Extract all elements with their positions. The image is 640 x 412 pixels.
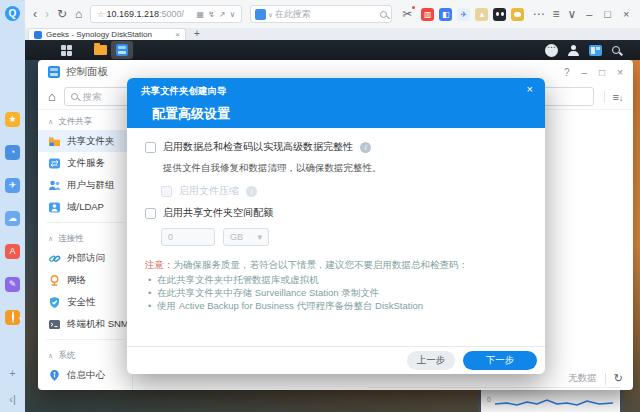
bookmark-star-icon[interactable]: ☆ bbox=[95, 10, 106, 19]
extension-red-icon[interactable]: ▥ bbox=[421, 8, 434, 21]
extension-photo-icon[interactable]: ▲ bbox=[475, 8, 488, 21]
home-icon[interactable]: ⌂ bbox=[71, 5, 86, 23]
tab-close-icon[interactable]: × bbox=[175, 30, 180, 39]
maximize-button[interactable]: □ bbox=[599, 67, 605, 78]
browser-logo-icon[interactable]: Q bbox=[5, 6, 20, 21]
cp-home-icon[interactable]: ⌂ bbox=[48, 89, 56, 104]
sidebar-item-login-portal[interactable]: 登录门户 bbox=[38, 386, 132, 390]
address-bar[interactable]: ☆ 10.169.1.218 :5000/ ▦ ↯ ↗ ∨ bbox=[90, 5, 242, 23]
sidebar-section-connectivity[interactable]: ∧ 连接性 bbox=[38, 227, 132, 247]
search-engine-caret-icon[interactable]: ∨ bbox=[268, 11, 272, 18]
status-separator bbox=[605, 373, 606, 385]
quota-value-input[interactable] bbox=[161, 228, 215, 246]
sidebar-item-security[interactable]: 安全性 bbox=[38, 291, 132, 313]
dialog-close-icon[interactable]: × bbox=[527, 83, 533, 95]
window-minimize-button[interactable]: – bbox=[580, 8, 598, 20]
browser-toolbar: ‹ › ↻ ⌂ ☆ 10.169.1.218 :5000/ ▦ ↯ ↗ ∨ ∨ … bbox=[25, 0, 640, 28]
chat-icon[interactable] bbox=[545, 44, 558, 57]
quota-checkbox[interactable] bbox=[145, 208, 156, 219]
control-panel-taskbar-button[interactable] bbox=[111, 41, 133, 59]
quota-unit-caret-icon: ▾ bbox=[257, 232, 262, 242]
next-step-button[interactable]: 下一步 bbox=[463, 351, 537, 370]
screenshot-scissors-icon[interactable]: ✂ bbox=[398, 5, 416, 23]
sidebar-divider bbox=[46, 222, 124, 223]
favorites-star-icon[interactable]: ★ bbox=[5, 112, 20, 127]
window-close-button[interactable]: × bbox=[617, 8, 635, 20]
history-clock-icon[interactable]: ◔ bbox=[5, 145, 20, 160]
extension-bird-icon[interactable]: ✈ bbox=[457, 8, 470, 21]
menu-icon[interactable]: ≡ bbox=[548, 5, 563, 23]
extension-panda-icon[interactable] bbox=[493, 8, 506, 21]
user-icon[interactable] bbox=[568, 45, 579, 56]
checksum-checkbox[interactable] bbox=[145, 142, 156, 153]
quota-label[interactable]: 启用共享文件夹空间配额 bbox=[163, 206, 273, 220]
content-bottom-hairline bbox=[368, 387, 621, 388]
search-app-icon[interactable] bbox=[5, 310, 20, 325]
checksum-info-icon[interactable]: i bbox=[360, 142, 371, 153]
sidebar-item-shared-folder[interactable]: 共享文件夹 bbox=[38, 130, 132, 152]
main-menu-button[interactable] bbox=[55, 41, 77, 59]
collapse-caret-icon[interactable]: ∧ bbox=[48, 118, 53, 126]
send-plane-icon[interactable]: ✈ bbox=[5, 178, 20, 193]
refresh-list-icon[interactable]: ↻ bbox=[614, 372, 623, 385]
back-icon[interactable]: ‹ bbox=[29, 5, 41, 23]
close-button[interactable]: × bbox=[617, 67, 623, 78]
compression-checkbox[interactable] bbox=[161, 186, 172, 197]
browser-search-box[interactable]: ∨ bbox=[250, 5, 392, 23]
sidebar-item-file-services[interactable]: 文件服务 bbox=[38, 152, 132, 174]
browser-search-input[interactable] bbox=[275, 9, 381, 19]
theme-skin-icon[interactable]: ∨ bbox=[563, 5, 580, 23]
sidebar-collapse-button[interactable]: ‹| bbox=[9, 393, 16, 405]
dialog-title: 共享文件夹创建向导 bbox=[141, 85, 227, 98]
item-label: 外部访问 bbox=[67, 252, 105, 265]
note-bullets: 在此共享文件夹中托管数据库或虚拟机 在此共享文件夹中存储 Surveillanc… bbox=[145, 273, 527, 312]
url-host[interactable]: 10.169.1.218 bbox=[106, 9, 159, 19]
pdf-app-icon[interactable]: A bbox=[5, 244, 20, 259]
extension-blue-icon[interactable]: ◧ bbox=[439, 8, 452, 21]
terminal-icon bbox=[48, 318, 61, 331]
sidebar-section-system[interactable]: ∧ 系统 bbox=[38, 344, 132, 364]
open-external-icon[interactable]: ↗ bbox=[217, 10, 228, 19]
qr-code-icon[interactable]: ▦ bbox=[194, 10, 206, 19]
sort-icon[interactable]: ≡↓ bbox=[604, 91, 623, 103]
cp-search-magnifier-icon bbox=[71, 93, 78, 100]
flash-icon[interactable]: ↯ bbox=[206, 10, 217, 19]
file-station-button[interactable] bbox=[89, 41, 111, 59]
tab-synology[interactable]: Geeks - Synology DiskStation × bbox=[28, 28, 186, 40]
sidebar-item-network[interactable]: 网络 bbox=[38, 269, 132, 291]
minimize-button[interactable]: – bbox=[582, 67, 588, 78]
search-magnifier-icon[interactable] bbox=[380, 11, 387, 18]
help-button[interactable]: ? bbox=[564, 67, 570, 78]
window-maximize-button[interactable]: □ bbox=[598, 8, 617, 20]
magnifier-shape bbox=[12, 311, 14, 323]
compression-info-icon[interactable]: i bbox=[246, 186, 257, 197]
sidebar-add-button[interactable]: + bbox=[9, 367, 15, 379]
external-access-icon bbox=[48, 252, 61, 265]
file-station-folder-icon bbox=[94, 45, 107, 55]
forward-icon[interactable]: › bbox=[41, 5, 53, 23]
chevron-down-icon[interactable]: ∨ bbox=[227, 10, 237, 19]
sidebar-section-file-sharing[interactable]: ∧ 文件共享 bbox=[38, 110, 132, 130]
notes-pencil-icon[interactable]: ✎ bbox=[5, 277, 20, 292]
refresh-icon[interactable]: ↻ bbox=[53, 5, 71, 23]
extension-dog-icon[interactable] bbox=[511, 8, 524, 21]
sidebar-item-external-access[interactable]: 外部访问 bbox=[38, 247, 132, 269]
checksum-label[interactable]: 启用数据总和检查码以实现高级数据完整性 bbox=[163, 140, 353, 154]
sidebar-item-users-groups[interactable]: 用户与群组 bbox=[38, 174, 132, 196]
collapse-caret-icon[interactable]: ∧ bbox=[48, 235, 53, 243]
new-tab-button[interactable]: + bbox=[194, 28, 200, 40]
sidebar-divider bbox=[46, 339, 124, 340]
previous-step-button[interactable]: 上一步 bbox=[407, 351, 455, 370]
quota-unit-select[interactable]: GB ▾ bbox=[223, 228, 269, 246]
sidebar-item-terminal-snmp[interactable]: 终端机和 SNMP bbox=[38, 313, 132, 335]
sidebar-item-info-center[interactable]: 信息中心 bbox=[38, 364, 132, 386]
sidebar-item-domain-ldap[interactable]: 域/LDAP bbox=[38, 196, 132, 218]
widgets-icon[interactable] bbox=[589, 45, 602, 56]
desktop-search-icon[interactable] bbox=[612, 46, 620, 54]
resource-monitor-widget[interactable]: 0 bbox=[478, 387, 623, 412]
search-engine-icon[interactable] bbox=[255, 9, 266, 20]
cloud-icon[interactable]: ☁ bbox=[5, 211, 20, 226]
more-extensions-icon[interactable]: ⋯ bbox=[528, 5, 548, 23]
item-label: 安全性 bbox=[67, 296, 96, 309]
collapse-caret-icon[interactable]: ∧ bbox=[48, 352, 53, 360]
